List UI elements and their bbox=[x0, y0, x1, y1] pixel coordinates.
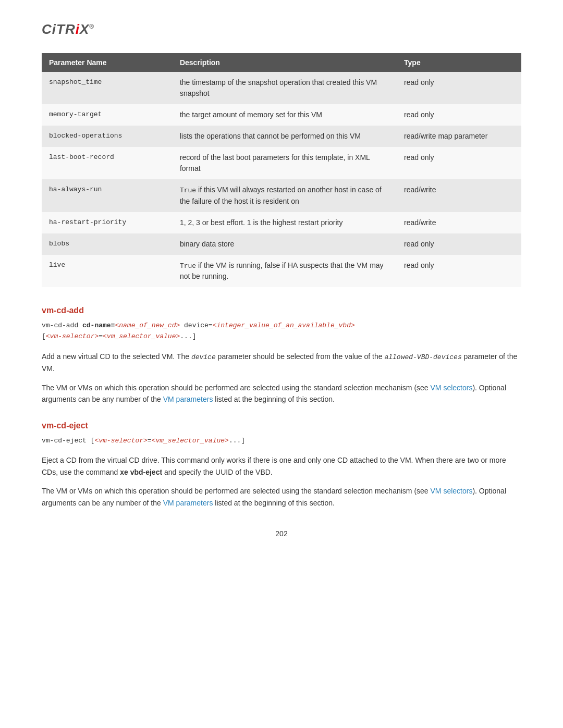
param-desc: True if this VM will always restarted on… bbox=[173, 179, 397, 212]
vm-selectors-link-1[interactable]: VM selectors bbox=[431, 384, 473, 392]
param-desc: the target amount of memory set for this… bbox=[173, 104, 397, 126]
vm-cd-add-para1: Add a new virtual CD to the selected VM.… bbox=[42, 351, 521, 375]
param-type: read/write bbox=[397, 212, 521, 233]
param-type: read only bbox=[397, 72, 521, 104]
param-type: read/write bbox=[397, 179, 521, 212]
section-vm-cd-add: vm-cd-add vm-cd-add cd-name=<name_of_new… bbox=[42, 306, 521, 405]
param-name: blobs bbox=[42, 233, 173, 255]
table-row: memory-target the target amount of memor… bbox=[42, 104, 521, 126]
vm-cd-add-para2: The VM or VMs on which this operation sh… bbox=[42, 382, 521, 405]
section-title-vm-cd-eject: vm-cd-eject bbox=[42, 421, 521, 430]
table-row: ha-restart-priority 1, 2, 3 or best effo… bbox=[42, 212, 521, 233]
command-vm-cd-eject: vm-cd-eject [<vm-selector>=<vm_selector_… bbox=[42, 436, 521, 447]
logo: CiTRiX® bbox=[42, 21, 521, 38]
col-header-type: Type bbox=[397, 53, 521, 72]
vm-parameters-link-2[interactable]: VM parameters bbox=[163, 499, 213, 507]
param-type: read only bbox=[397, 233, 521, 255]
param-desc: True if the VM is running, false if HA s… bbox=[173, 255, 397, 288]
param-name: blocked-operations bbox=[42, 126, 173, 147]
param-type: read only bbox=[397, 255, 521, 288]
table-row: blobs binary data store read only bbox=[42, 233, 521, 255]
param-type: read only bbox=[397, 104, 521, 126]
table-row: snapshot_time the timestamp of the snaps… bbox=[42, 72, 521, 104]
vm-cd-eject-para2: The VM or VMs on which this operation sh… bbox=[42, 485, 521, 509]
col-header-desc: Description bbox=[173, 53, 397, 72]
page-number: 202 bbox=[42, 529, 521, 538]
param-desc: record of the last boot parameters for t… bbox=[173, 147, 397, 179]
param-desc: lists the operations that cannot be perf… bbox=[173, 126, 397, 147]
param-desc: the timestamp of the snapshot operation … bbox=[173, 72, 397, 104]
param-name: ha-restart-priority bbox=[42, 212, 173, 233]
param-name: memory-target bbox=[42, 104, 173, 126]
param-desc: 1, 2, 3 or best effort. 1 is the highest… bbox=[173, 212, 397, 233]
section-title-vm-cd-add: vm-cd-add bbox=[42, 306, 521, 315]
command-vm-cd-add: vm-cd-add cd-name=<name_of_new_cd> devic… bbox=[42, 320, 521, 342]
table-row: live True if the VM is running, false if… bbox=[42, 255, 521, 288]
table-row: blocked-operations lists the operations … bbox=[42, 126, 521, 147]
param-name: snapshot_time bbox=[42, 72, 173, 104]
param-name: last-boot-record bbox=[42, 147, 173, 179]
param-desc: binary data store bbox=[173, 233, 397, 255]
col-header-param: Parameter Name bbox=[42, 53, 173, 72]
vm-selectors-link-2[interactable]: VM selectors bbox=[431, 487, 473, 495]
param-name: live bbox=[42, 255, 173, 288]
table-row: ha-always-run True if this VM will alway… bbox=[42, 179, 521, 212]
param-name: ha-always-run bbox=[42, 179, 173, 212]
parameters-table: Parameter Name Description Type snapshot… bbox=[42, 53, 521, 287]
param-type: read only bbox=[397, 147, 521, 179]
param-type: read/write map parameter bbox=[397, 126, 521, 147]
table-row: last-boot-record record of the last boot… bbox=[42, 147, 521, 179]
section-vm-cd-eject: vm-cd-eject vm-cd-eject [<vm-selector>=<… bbox=[42, 421, 521, 509]
vm-cd-eject-para1: Eject a CD from the virtual CD drive. Th… bbox=[42, 454, 521, 478]
vm-parameters-link-1[interactable]: VM parameters bbox=[163, 395, 213, 403]
